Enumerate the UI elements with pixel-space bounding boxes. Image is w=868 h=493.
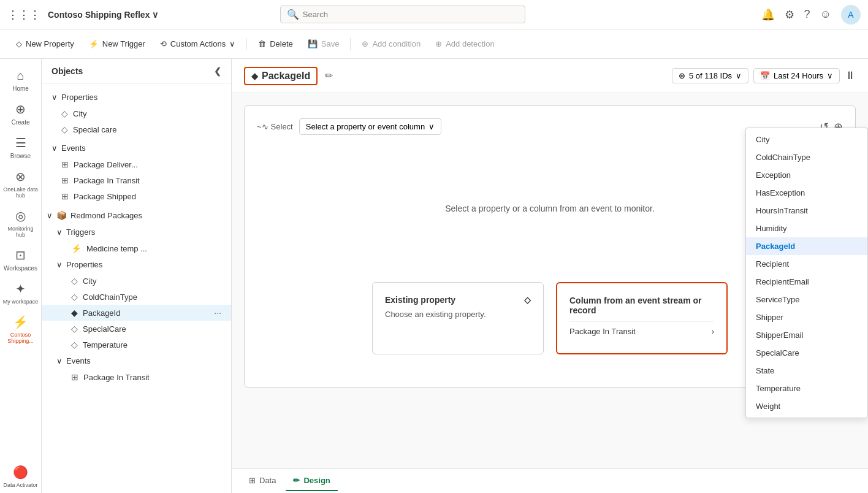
dropdown-weight[interactable]: Weight [746,397,867,415]
sidebar-item-specialcare[interactable]: ◇ SpecialCare [42,321,231,337]
topbar-actions: 🔔 ⚙ ? ☺ A [761,5,861,25]
chevron-down-icon: ∨ [47,211,53,220]
sidebar-item-city-top[interactable]: ◇ City [42,105,231,121]
dropdown-servicetype[interactable]: ServiceType [746,291,867,308]
sidebar-item-special-care[interactable]: ◇ Special care [42,121,231,137]
nav-workspaces[interactable]: ⊡ Workspaces [0,243,41,277]
property-icon: ◇ [71,276,78,286]
nav-home[interactable]: ⌂ Home [0,64,41,97]
trigger-icon: ⚡ [89,39,99,48]
delete-button[interactable]: 🗑 Delete [252,36,299,52]
sidebar-item-city[interactable]: ◇ City [42,273,231,289]
diamond-icon: ◇ [524,295,531,305]
search-icon: 🔍 [287,9,299,20]
event-icon: ⊞ [61,159,69,169]
dropdown-temperature[interactable]: Temperature [746,380,867,397]
sidebar-item-package-transit[interactable]: ⊞ Package In Transit [42,172,231,188]
edit-icon[interactable]: ✏ [325,70,333,82]
existing-property-card[interactable]: Existing property ◇ Choose an existing p… [372,282,544,354]
settings-icon[interactable]: ⚙ [785,8,794,21]
nav-data-activator[interactable]: 🔴 Data Activator [0,460,41,493]
my-workspace-icon: ✦ [15,281,26,296]
select-label: ~∿ Select [257,122,293,131]
event-icon: ⊞ [61,175,69,185]
dropdown-exception[interactable]: Exception [746,166,867,184]
chevron-down-icon: ∨ [51,143,58,153]
nav-contoso[interactable]: ⚡ Contoso Shipping... [0,310,41,349]
sidebar-item-package-in-transit[interactable]: ⊞ Package In Transit [42,369,231,385]
create-icon: ⊕ [15,102,26,117]
sidebar: Objects ❮ ∨ Properties ◇ City ◇ Special … [42,59,232,493]
time-badge[interactable]: 📅 Last 24 Hours ∨ [753,68,840,83]
tab-data[interactable]: ⊞ Data [242,471,283,491]
event-stream-card[interactable]: Column from an event stream or record Pa… [556,282,728,354]
property-icon: ◇ [61,124,68,134]
tag-icon: ◆ [251,71,258,81]
new-property-button[interactable]: ◇ New Property [10,36,80,52]
dropdown-recipient[interactable]: Recipient [746,255,867,273]
events-subsection-header[interactable]: ∨ Events [42,353,231,369]
properties-section-header[interactable]: ∨ Properties [42,89,231,105]
sidebar-item-packageid[interactable]: ◆ PackageId ··· [42,305,231,321]
avatar[interactable]: A [841,5,861,25]
dropdown-specialcare[interactable]: SpecialCare [746,344,867,362]
ids-icon: ⊕ [679,71,685,80]
collapse-icon[interactable]: ❮ [214,66,221,76]
sidebar-section-properties: ∨ Properties ◇ City ◇ Special care [42,89,231,137]
dropdown-shipper[interactable]: Shipper [746,308,867,326]
select-dropdown[interactable]: Select a property or event column ∨ [299,118,441,135]
triggers-subsection-header[interactable]: ∨ Triggers [42,224,231,240]
sidebar-item-temperature[interactable]: ◇ Temperature [42,337,231,353]
dropdown-hasexception[interactable]: HasException [746,184,867,202]
custom-actions-button[interactable]: ⟲ Custom Actions ∨ [154,36,242,52]
add-condition-button[interactable]: ⊕ Add condition [356,36,427,52]
dropdown-hoursintransit[interactable]: HoursInTransit [746,202,867,220]
nav-create[interactable]: ⊕ Create [0,97,41,131]
workspaces-icon: ⊡ [15,248,26,262]
sidebar-item-medicine-temp[interactable]: ⚡ Medicine temp ... [42,240,231,256]
dropdown-shipperemail[interactable]: ShipperEmail [746,326,867,344]
search-input[interactable] [303,10,519,19]
pause-button[interactable]: ⏸ [845,69,856,82]
chevron-down-icon: ∨ [56,260,63,269]
separator2 [350,38,351,50]
dropdown-coldchaintype[interactable]: ColdChainType [746,148,867,166]
add-detection-button[interactable]: ⊕ Add detection [429,36,501,52]
new-trigger-button[interactable]: ⚡ New Trigger [83,36,151,52]
nav-monitoring[interactable]: ◎ Monitoring hub [0,204,41,243]
sidebar-header: Objects ❮ [42,59,231,84]
more-actions-icon[interactable]: ··· [214,308,221,318]
app-name[interactable]: Contoso Shipping Reflex ∨ [48,10,158,20]
save-icon: 💾 [308,39,318,48]
trigger-icon: ⚡ [71,243,82,253]
help-icon[interactable]: ? [804,8,810,21]
sidebar-item-package-shipped[interactable]: ⊞ Package Shipped [42,188,231,204]
grid-icon[interactable]: ⋮⋮⋮ [7,8,40,21]
sidebar-item-coldchaintype[interactable]: ◇ ColdChainType [42,289,231,305]
search-bar[interactable]: 🔍 [280,6,525,23]
dropdown-humidity[interactable]: Humidity [746,220,867,237]
event-stream-item[interactable]: Package In Transit › [569,321,714,341]
ids-badge[interactable]: ⊕ 5 of 118 IDs ∨ [672,68,748,83]
home-icon: ⌂ [17,69,24,83]
sidebar-item-package-deliver[interactable]: ⊞ Package Deliver... [42,156,231,172]
feedback-icon[interactable]: ☺ [820,8,831,21]
nav-onelake[interactable]: ⊗ OneLake data hub [0,164,41,204]
dropdown-packageid[interactable]: PackageId [746,237,867,255]
property-tag: ◆ PackageId [244,67,318,85]
dropdown-recipientemail[interactable]: RecipientEmail [746,273,867,291]
nav-browse[interactable]: ☰ Browse [0,131,41,164]
nav-my-workspace[interactable]: ✦ My workspace [0,277,41,310]
property-icon: ◇ [71,292,78,302]
separator [246,38,247,50]
redmond-section-header[interactable]: ∨ 📦 Redmond Packages [42,207,231,224]
properties-subsection-header[interactable]: ∨ Properties [42,256,231,273]
notification-icon[interactable]: 🔔 [761,8,775,21]
events-section-header[interactable]: ∨ Events [42,140,231,156]
contoso-icon: ⚡ [13,315,28,329]
dropdown-state[interactable]: State [746,362,867,380]
dropdown-city[interactable]: City [746,131,867,148]
save-button[interactable]: 💾 Save [302,36,346,52]
tab-design[interactable]: ✏ Design [286,471,337,491]
left-nav: ⌂ Home ⊕ Create ☰ Browse ⊗ OneLake data … [0,59,42,493]
